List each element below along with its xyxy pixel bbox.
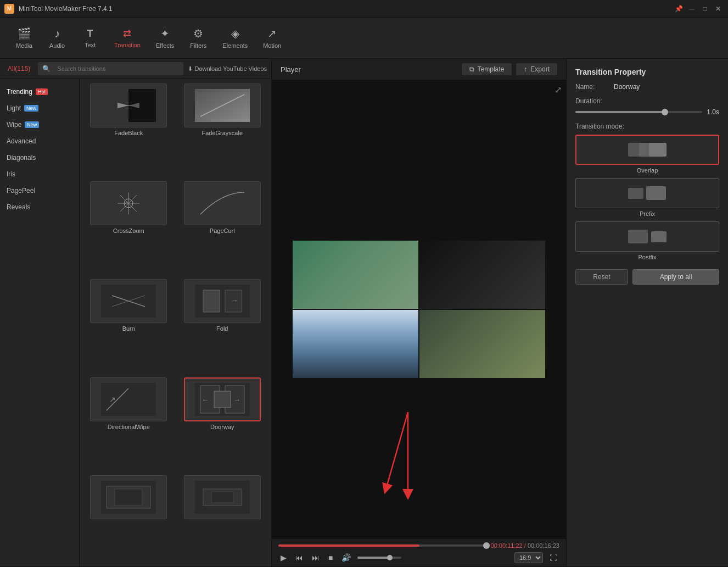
template-btn[interactable]: ⧉ Template — [462, 63, 512, 75]
doorway-label: Doorway — [210, 424, 234, 430]
category-light[interactable]: Light New — [0, 100, 79, 116]
volume-bar[interactable] — [357, 557, 401, 559]
toolbar-effects[interactable]: ✦ Effects — [149, 24, 181, 52]
progress-container: 00:00:11:22 / 00:00:16:23 — [278, 542, 559, 549]
bottom-buttons: Reset Apply to all — [575, 269, 719, 285]
doorway-thumb[interactable]: ← → — [184, 377, 261, 421]
overlap-thumb[interactable] — [575, 135, 719, 165]
mode-postfix[interactable]: Postfix — [575, 221, 719, 260]
trending-label: Trending — [7, 88, 32, 96]
prop-mode-section: Transition mode: Overlap — [575, 123, 719, 260]
toolbar-elements[interactable]: ◈ Elements — [216, 24, 254, 52]
crosszoom-thumb[interactable] — [90, 181, 167, 225]
arrow-overlay — [353, 407, 463, 505]
toolbar-audio[interactable]: ♪ Audio — [42, 24, 72, 52]
toolbar-text[interactable]: T Text — [75, 25, 105, 52]
minimize-btn[interactable]: ─ — [686, 3, 697, 14]
toolbar-motion[interactable]: ↗ Motion — [256, 24, 288, 52]
transition-fold[interactable]: → Fold — [178, 279, 267, 373]
search-icon: 🔍 — [42, 65, 51, 73]
burn-thumb[interactable] — [90, 279, 167, 323]
category-diagonals[interactable]: Diagonals — [0, 149, 79, 166]
wipe-label: Wipe — [7, 121, 21, 129]
prefix-thumb[interactable] — [575, 178, 719, 208]
mode-prefix[interactable]: Prefix — [575, 178, 719, 217]
transition-fadeblack[interactable]: FadeBlack — [84, 84, 173, 177]
panel-header: All(115) 🔍 ⬇ Download YouTube Videos — [0, 59, 271, 79]
category-wipe[interactable]: Wipe New — [0, 116, 79, 133]
advanced-label: Advanced — [7, 137, 36, 145]
pagecurl-thumb[interactable] — [184, 181, 261, 225]
category-pagepeel[interactable]: PagePeel — [0, 182, 79, 199]
fadegrayscale-thumb[interactable] — [184, 84, 261, 127]
transition-doorway[interactable]: ← → Doorway — [178, 377, 267, 471]
category-reveals[interactable]: Reveals — [0, 199, 79, 215]
toolbar-transition[interactable]: ⇄ Transition — [108, 24, 147, 52]
download-btn[interactable]: ⬇ Download YouTube Videos — [188, 65, 267, 73]
export-btn[interactable]: ↑ Export — [516, 63, 557, 75]
crosszoom-label: CrossZoom — [113, 227, 144, 234]
main-toolbar: 🎬 Media ♪ Audio T Text ⇄ Transition ✦ Ef… — [0, 18, 728, 59]
transition-unknown1[interactable] — [84, 475, 173, 562]
maximize-btn[interactable]: □ — [699, 3, 710, 14]
transition-fadegrayscale[interactable]: FadeGrayscale — [178, 84, 267, 177]
toolbar-media[interactable]: 🎬 Media — [9, 24, 40, 52]
transition-crosszoom[interactable]: CrossZoom — [84, 181, 173, 275]
audio-label: Audio — [49, 42, 65, 49]
svg-rect-44 — [628, 230, 648, 243]
expand-btn[interactable]: ⤢ — [555, 85, 562, 95]
media-label: Media — [16, 42, 32, 49]
apply-all-btn[interactable]: Apply to all — [632, 269, 719, 285]
new-badge-light: New — [24, 105, 38, 112]
fullscreen-btn[interactable]: ⛶ — [547, 552, 559, 563]
svg-rect-45 — [651, 231, 667, 242]
controls-row: ▶ ⏮ ⏭ ■ 🔊 16:9 9:16 4:3 1:1 ⛶ — [278, 552, 559, 563]
next-frame-btn[interactable]: ⏭ — [310, 552, 322, 563]
play-btn[interactable]: ▶ — [278, 552, 289, 563]
player-title: Player — [281, 65, 301, 74]
text-label: Text — [85, 42, 96, 48]
fold-label: Fold — [216, 325, 228, 332]
unknown1-thumb[interactable] — [90, 475, 167, 519]
toolbar-filters[interactable]: ⚙ Filters — [183, 24, 214, 52]
prev-frame-btn[interactable]: ⏮ — [293, 552, 305, 563]
fold-thumb[interactable]: → — [184, 279, 261, 323]
diagonals-label: Diagonals — [7, 154, 36, 162]
stop-btn[interactable]: ■ — [326, 552, 335, 563]
light-label: Light — [7, 104, 21, 112]
category-advanced[interactable]: Advanced — [0, 133, 79, 149]
mode-label: Transition mode: — [575, 123, 719, 130]
close-btn[interactable]: ✕ — [713, 3, 724, 14]
svg-line-37 — [386, 412, 408, 489]
reset-btn[interactable]: Reset — [575, 269, 628, 285]
progress-thumb — [483, 542, 490, 549]
video-display — [293, 241, 545, 378]
transition-burn[interactable]: Burn — [84, 279, 173, 373]
category-iris[interactable]: Iris — [0, 166, 79, 182]
mode-overlap[interactable]: Overlap — [575, 135, 719, 174]
reveals-label: Reveals — [7, 203, 30, 211]
text-icon: T — [87, 28, 93, 40]
transition-directionalwipe[interactable]: ↗ DirectionalWipe — [84, 377, 173, 471]
svg-rect-35 — [211, 492, 233, 503]
directionalwipe-thumb[interactable]: ↗ — [90, 377, 167, 421]
iris-label: Iris — [7, 170, 15, 178]
category-list: Trending Hot Light New Wipe New Advanced… — [0, 79, 80, 566]
mute-btn[interactable]: 🔊 — [339, 552, 353, 563]
pin-btn[interactable]: 📌 — [673, 3, 684, 14]
effects-icon: ✦ — [160, 27, 170, 40]
download-icon: ⬇ — [188, 65, 193, 73]
ratio-select[interactable]: 16:9 9:16 4:3 1:1 — [514, 552, 543, 563]
fadeblack-thumb[interactable] — [90, 84, 167, 127]
player-header: Player ⧉ Template ↑ Export — [272, 59, 566, 80]
transition-pagecurl[interactable]: PageCurl — [178, 181, 267, 275]
unknown2-thumb[interactable] — [184, 475, 261, 519]
category-trending[interactable]: Trending Hot — [0, 84, 79, 100]
transition-unknown2[interactable] — [178, 475, 267, 562]
progress-bar[interactable] — [278, 544, 486, 547]
player-controls: 00:00:11:22 / 00:00:16:23 ▶ ⏮ ⏭ ■ 🔊 — [272, 538, 566, 566]
search-input[interactable] — [53, 64, 178, 74]
postfix-thumb[interactable] — [575, 221, 719, 252]
duration-slider[interactable] — [575, 111, 702, 113]
name-label: Name: — [575, 83, 614, 91]
